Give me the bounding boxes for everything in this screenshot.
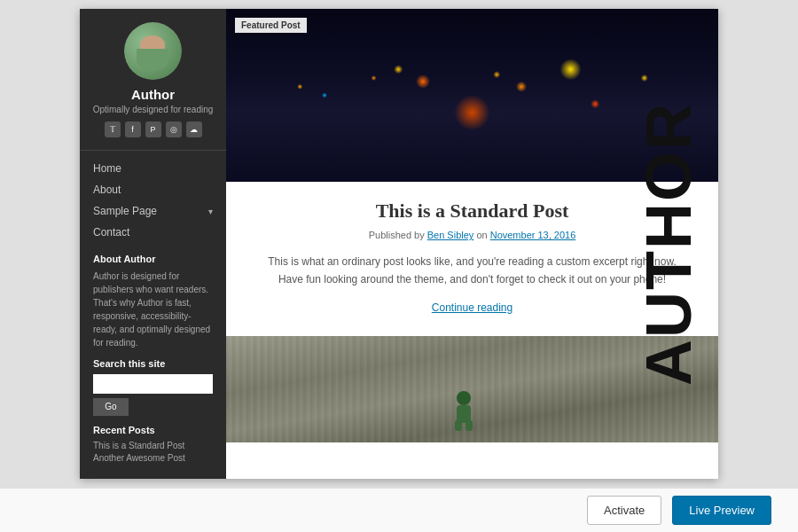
about-section-title: About Author	[80, 254, 226, 264]
author-vertical-text: AUTHOR	[637, 102, 700, 386]
nav-label-home: Home	[93, 162, 121, 175]
post-meta-date-prefix: on	[476, 230, 489, 240]
facebook-icon[interactable]: f	[125, 121, 141, 137]
sidebar-title: Author	[131, 87, 175, 102]
nav-item-home[interactable]: Home	[93, 158, 213, 179]
svg-rect-2	[455, 420, 462, 431]
post-meta: Published by Ben Sibley on November 13, …	[262, 230, 683, 240]
nav-item-about[interactable]: About	[93, 179, 213, 200]
nav-item-sample[interactable]: Sample Page ▾	[93, 200, 213, 222]
recent-posts-section: Recent Posts This is a Standard Post Ano…	[80, 425, 226, 466]
rss-icon[interactable]: ☁	[186, 121, 202, 137]
pinterest-icon[interactable]: P	[145, 121, 161, 137]
instagram-icon[interactable]: ◎	[166, 121, 182, 137]
about-section-body: Author is designed for publishers who wa…	[80, 270, 226, 349]
svg-point-0	[457, 391, 471, 405]
post-author-link[interactable]: Ben Sibley	[427, 230, 474, 240]
person-silhouette-icon	[446, 389, 481, 434]
sidebar-divider	[80, 150, 226, 151]
search-button[interactable]: Go	[93, 398, 129, 416]
recent-post-item-2[interactable]: Another Awesome Post	[93, 453, 213, 463]
nav-label-about: About	[93, 184, 121, 196]
post-meta-prefix: Published by	[369, 230, 427, 240]
search-input[interactable]	[93, 374, 213, 394]
svg-rect-3	[466, 420, 473, 431]
post-date-link[interactable]: November 13, 2016	[490, 230, 576, 240]
featured-label: Featured Post	[235, 18, 307, 33]
live-preview-button[interactable]: Live Preview	[672, 496, 771, 525]
search-section: Search this site Go	[80, 349, 226, 425]
avatar	[124, 22, 182, 80]
search-label: Search this site	[93, 358, 213, 369]
sidebar: Author Optimally designed for reading 𝕋 …	[80, 9, 226, 479]
bottom-bar: Activate Live Preview	[0, 488, 798, 532]
post-title: This is a Standard Post	[262, 200, 683, 223]
nav-item-contact[interactable]: Contact	[93, 222, 213, 243]
nav-label-contact: Contact	[93, 226, 129, 239]
preview-frame: Author Optimally designed for reading 𝕋 …	[80, 9, 718, 479]
preview-container: Author Optimally designed for reading 𝕋 …	[0, 0, 798, 488]
post-excerpt: This is what an ordinary post looks like…	[262, 253, 683, 289]
social-icons-group: 𝕋 f P ◎ ☁	[105, 121, 202, 137]
continue-reading-link[interactable]: Continue reading	[262, 301, 683, 314]
sidebar-subtitle: Optimally designed for reading	[84, 105, 223, 114]
recent-posts-title: Recent Posts	[93, 425, 213, 435]
twitter-icon[interactable]: 𝕋	[105, 121, 121, 137]
chevron-down-icon: ▾	[208, 207, 213, 216]
recent-post-item-1[interactable]: This is a Standard Post	[93, 441, 213, 450]
activate-button[interactable]: Activate	[587, 496, 661, 525]
nav-label-sample: Sample Page	[93, 205, 157, 217]
sidebar-nav: Home About Sample Page ▾ Contact	[80, 158, 226, 243]
